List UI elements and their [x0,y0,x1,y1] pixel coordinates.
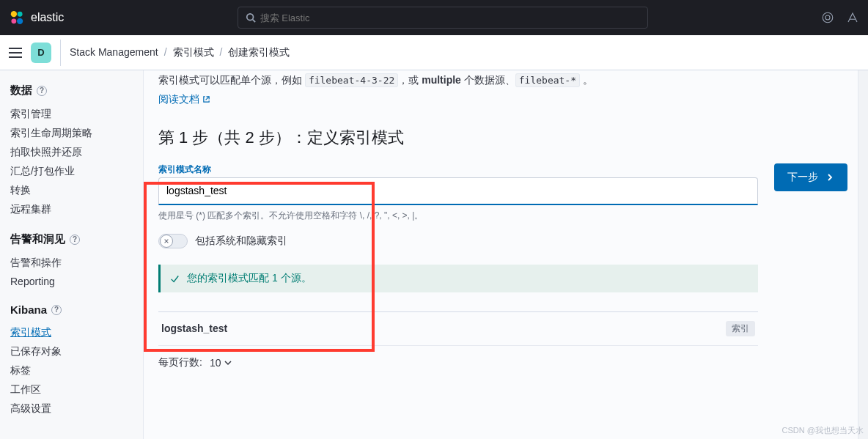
help-icon[interactable]: ? [51,305,62,315]
main-content: 索引模式可以匹配单个源，例如 filebeat-4-3-22，或 multipl… [144,70,868,439]
watermark: CSDN @我也想当天水 [782,425,864,436]
svg-point-7 [825,15,830,20]
global-search[interactable] [238,7,648,29]
match-callout: 您的索引模式匹配 1 个源。 [158,265,758,292]
help-icon[interactable]: ? [70,235,80,245]
elastic-logo-icon [9,10,25,26]
sidebar-item-saved-objects[interactable]: 已保存对象 [10,345,62,357]
sidebar-item-ilm[interactable]: 索引生命周期策略 [10,127,92,139]
svg-line-9 [206,97,210,100]
sidebar-item-index-management[interactable]: 索引管理 [10,108,51,119]
read-docs-link[interactable]: 阅读文档 [158,93,210,106]
include-hidden-toggle[interactable] [158,234,188,248]
type-badge: 索引 [726,321,755,336]
logo-area[interactable]: elastic [9,10,64,26]
space-selector-button[interactable]: D [31,43,51,63]
intro-text: 索引模式可以匹配单个源，例如 filebeat-4-3-22，或 multipl… [158,70,847,90]
breadcrumb-index-patterns[interactable]: 索引模式 [173,46,214,59]
breadcrumb: Stack Management / 索引模式 / 创建索引模式 [70,46,290,59]
global-header: elastic [0,0,868,35]
external-link-icon [202,95,210,103]
pattern-help-text: 使用星号 (*) 匹配多个索引。不允许使用空格和字符 \, /, ?, ", <… [158,210,758,222]
svg-point-3 [17,18,23,24]
newsfeed-icon[interactable] [821,11,834,24]
sidebar-section-kibana: Kibana ? [10,303,133,316]
sidebar-item-spaces[interactable]: 工作区 [10,383,41,395]
svg-point-0 [11,11,17,17]
pager: 每页行数: 10 [158,356,758,369]
sidebar: 数据 ? 索引管理 索引生命周期策略 拍取快照并还原 汇总/打包作业 转换 远程… [0,70,144,439]
divider [60,40,61,66]
toggle-label: 包括系统和隐藏索引 [195,235,287,248]
sidebar-item-transforms[interactable]: 转换 [10,184,31,196]
check-icon [169,273,180,284]
pattern-name-label: 索引模式名称 [158,163,758,176]
sidebar-item-remote-clusters[interactable]: 远程集群 [10,203,51,215]
step-title: 第 1 步（共 2 步）：定义索引模式 [158,127,847,149]
sidebar-section-alerts: 告警和洞见 ? [10,232,133,246]
help-icon[interactable]: ? [37,86,47,96]
sidebar-item-alerts-actions[interactable]: 告警和操作 [10,257,62,268]
svg-point-4 [246,14,253,21]
sidebar-section-data: 数据 ? [10,84,133,97]
sidebar-item-index-patterns[interactable]: 索引模式 [10,326,51,338]
sidebar-item-tags[interactable]: 标签 [10,364,31,376]
sidebar-item-reporting[interactable]: Reporting [10,276,55,287]
next-step-button[interactable]: 下一步 [774,163,847,191]
svg-point-6 [823,12,833,23]
page-size-select[interactable]: 10 [210,357,233,369]
breadcrumb-stack-management[interactable]: Stack Management [70,46,158,59]
sidebar-item-advanced-settings[interactable]: 高级设置 [10,402,51,414]
brand-text: elastic [31,11,64,24]
svg-point-2 [11,18,16,23]
match-results-table: logstash_test 索引 [158,311,758,346]
menu-toggle-button[interactable] [9,48,22,58]
search-icon [246,12,256,23]
chevron-down-icon [224,358,232,367]
breadcrumb-create-index-pattern[interactable]: 创建索引模式 [228,46,290,59]
scrollbar-track[interactable] [858,70,868,439]
help-icon[interactable] [846,11,859,24]
sidebar-item-snapshot-restore[interactable]: 拍取快照并还原 [10,146,82,158]
global-search-input[interactable] [260,12,640,23]
table-row: logstash_test 索引 [158,312,758,346]
svg-line-5 [252,20,255,23]
chevron-right-icon [825,173,834,182]
svg-point-1 [18,12,23,17]
pattern-name-input[interactable] [158,177,758,205]
result-name: logstash_test [161,322,227,334]
sidebar-item-rollups[interactable]: 汇总/打包作业 [10,165,75,177]
close-icon [163,238,169,244]
sub-header: D Stack Management / 索引模式 / 创建索引模式 [0,35,868,70]
